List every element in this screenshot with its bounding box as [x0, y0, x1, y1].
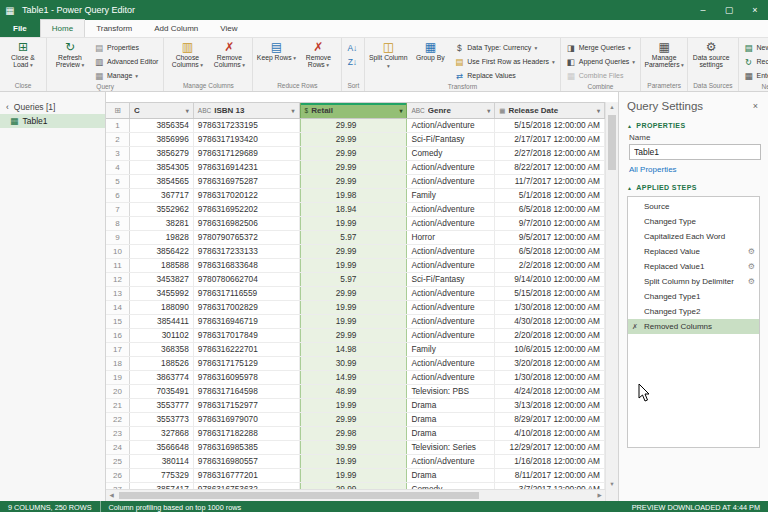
cell[interactable]: 188090: [130, 301, 194, 314]
cell[interactable]: 38281: [130, 217, 194, 230]
filter-button[interactable]: ▾: [184, 107, 191, 114]
cell[interactable]: 3455992: [130, 287, 194, 300]
filter-button[interactable]: ▾: [485, 107, 492, 114]
remove-columns-button[interactable]: ✗Remove Columns ▾: [209, 39, 249, 70]
cell[interactable]: Drama: [407, 413, 495, 426]
cell[interactable]: 1/30/2018 12:00:00 AM: [495, 301, 605, 314]
cell[interactable]: 29.99: [300, 413, 408, 426]
cell[interactable]: 1/16/2018 12:00:00 AM: [495, 455, 605, 468]
cell[interactable]: 9/14/2010 12:00:00 AM: [495, 273, 605, 286]
properties-section-header[interactable]: ▲ PROPERTIES: [619, 118, 768, 132]
cell[interactable]: 11/7/2017 12:00:00 AM: [495, 175, 605, 188]
cell[interactable]: 29.99: [300, 161, 408, 174]
cell[interactable]: 19.99: [300, 455, 408, 468]
cell[interactable]: 188526: [130, 357, 194, 370]
applied-steps-section-header[interactable]: ▲ APPLIED STEPS: [619, 180, 768, 194]
vertical-scrollbar[interactable]: ▲ ▼: [605, 102, 618, 501]
column-header-retail[interactable]: $Retail▾: [300, 103, 408, 118]
applied-step-replaced-value[interactable]: ⚙Replaced Value: [628, 244, 759, 259]
cell[interactable]: 1/30/2018 12:00:00 AM: [495, 371, 605, 384]
cell[interactable]: 14.99: [300, 371, 408, 384]
column-header-isbn-13[interactable]: ABCISBN 13▾: [194, 103, 300, 118]
column-header-release-date[interactable]: ▦Release Date▾: [495, 103, 605, 118]
cell[interactable]: 9786316952202: [194, 203, 300, 216]
cell[interactable]: 4/30/2018 12:00:00 AM: [495, 315, 605, 328]
cell[interactable]: 9/7/2010 12:00:00 AM: [495, 217, 605, 230]
tab-view[interactable]: View: [209, 20, 248, 37]
append-queries-button[interactable]: ◧Append Queries▾: [564, 55, 637, 68]
cell[interactable]: 9780780662704: [194, 273, 300, 286]
cell[interactable]: Action/Adventure: [407, 329, 495, 342]
properties-button[interactable]: ▤Properties: [92, 41, 160, 54]
cell[interactable]: 775329: [130, 469, 194, 482]
cell[interactable]: 5.97: [300, 231, 408, 244]
step-settings-gear-icon[interactable]: ⚙: [748, 244, 755, 259]
manage-button[interactable]: ▦Manage▾: [92, 69, 160, 82]
cell[interactable]: 9786316833648: [194, 259, 300, 272]
sort-ascending-button[interactable]: A↓: [345, 41, 359, 54]
cell[interactable]: 29.99: [300, 133, 408, 146]
cell[interactable]: 19.98: [300, 189, 408, 202]
manage-parameters-button[interactable]: ▦Manage Parameters ▾: [644, 39, 684, 70]
table-menu-button[interactable]: ⊞: [106, 103, 130, 118]
cell[interactable]: 9786316982506: [194, 217, 300, 230]
cell[interactable]: 39.99: [300, 441, 408, 454]
cell[interactable]: 9786317193420: [194, 133, 300, 146]
cell[interactable]: 9786316979070: [194, 413, 300, 426]
cell[interactable]: 9786317116559: [194, 287, 300, 300]
cell[interactable]: 9786317017849: [194, 329, 300, 342]
cell[interactable]: 3553773: [130, 413, 194, 426]
cell[interactable]: 6/5/2018 12:00:00 AM: [495, 203, 605, 216]
horizontal-scrollbar[interactable]: ◀ ▶: [106, 489, 605, 501]
cell[interactable]: 3553777: [130, 399, 194, 412]
cell[interactable]: 9786317164598: [194, 385, 300, 398]
cell[interactable]: 380114: [130, 455, 194, 468]
cell[interactable]: 29.99: [300, 119, 408, 132]
new-source-button[interactable]: ▤New Source▾: [742, 41, 768, 54]
cell[interactable]: Drama: [407, 427, 495, 440]
cell[interactable]: 3566648: [130, 441, 194, 454]
cell[interactable]: 30.99: [300, 357, 408, 370]
cell[interactable]: 9786316946719: [194, 315, 300, 328]
scroll-right-icon[interactable]: ▶: [594, 490, 605, 501]
cell[interactable]: 19.99: [300, 259, 408, 272]
cell[interactable]: Comedy: [407, 147, 495, 160]
replace-values-button[interactable]: ⇄Replace Values: [452, 69, 556, 82]
combine-files-button[interactable]: ▦Combine Files: [564, 69, 637, 82]
cell[interactable]: 2/17/2017 12:00:00 AM: [495, 133, 605, 146]
applied-step-changed-type[interactable]: Changed Type: [628, 214, 759, 229]
cell[interactable]: 2/27/2018 12:00:00 AM: [495, 147, 605, 160]
remove-rows-button[interactable]: ✗Remove Rows ▾: [298, 39, 338, 70]
cell[interactable]: 9786316985385: [194, 441, 300, 454]
minimize-button[interactable]: –: [690, 0, 716, 20]
cell[interactable]: 19.99: [300, 399, 408, 412]
merge-queries-button[interactable]: ◨Merge Queries▾: [564, 41, 637, 54]
tab-add-column[interactable]: Add Column: [143, 20, 209, 37]
cell[interactable]: 8/29/2017 12:00:00 AM: [495, 413, 605, 426]
recent-sources-button[interactable]: ↻Recent Sources▾: [742, 55, 768, 68]
cell[interactable]: 12/29/2017 12:00:00 AM: [495, 441, 605, 454]
all-properties-link[interactable]: All Properties: [619, 160, 768, 180]
cell[interactable]: 29.99: [300, 245, 408, 258]
cell[interactable]: Family: [407, 343, 495, 356]
cell[interactable]: Sci-Fi/Fantasy: [407, 273, 495, 286]
cell[interactable]: 2/20/2018 12:00:00 AM: [495, 329, 605, 342]
delete-step-icon[interactable]: ✗: [632, 319, 638, 334]
cell[interactable]: 5.97: [300, 273, 408, 286]
query-item-table1[interactable]: ▦Table1: [0, 114, 105, 128]
cell[interactable]: Action/Adventure: [407, 175, 495, 188]
close-settings-icon[interactable]: ×: [751, 101, 760, 111]
cell[interactable]: 19828: [130, 231, 194, 244]
split-column-button[interactable]: ◫Split Column ▾: [368, 39, 408, 71]
cell[interactable]: 9786317152977: [194, 399, 300, 412]
tab-transform[interactable]: Transform: [85, 20, 143, 37]
cell[interactable]: 368358: [130, 343, 194, 356]
cell[interactable]: 6/5/2018 12:00:00 AM: [495, 245, 605, 258]
cell[interactable]: Television: PBS: [407, 385, 495, 398]
cell[interactable]: 3856279: [130, 147, 194, 160]
enter-data-button[interactable]: ▦Enter Data: [742, 69, 768, 82]
cell[interactable]: 8/22/2017 12:00:00 AM: [495, 161, 605, 174]
cell[interactable]: 9780790765372: [194, 231, 300, 244]
choose-columns-button[interactable]: ▥Choose Columns ▾: [167, 39, 207, 70]
step-settings-gear-icon[interactable]: ⚙: [748, 259, 755, 274]
